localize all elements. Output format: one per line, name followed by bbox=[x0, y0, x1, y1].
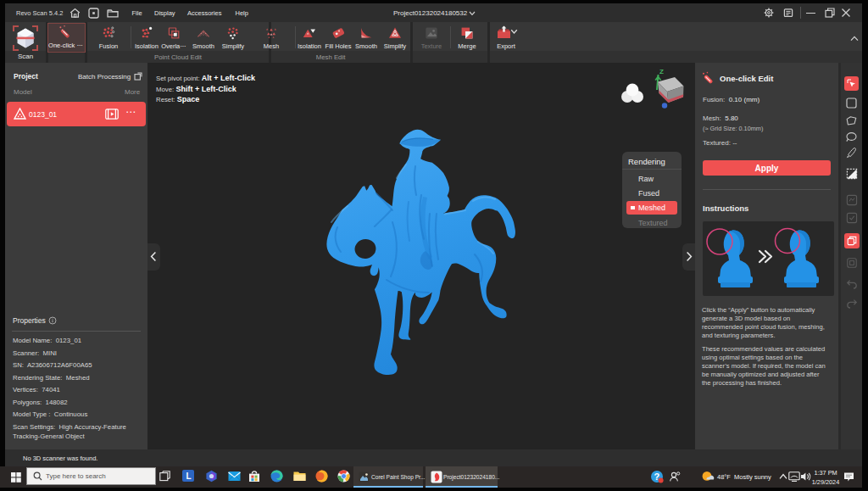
svg-text:Z: Z bbox=[659, 68, 664, 75]
